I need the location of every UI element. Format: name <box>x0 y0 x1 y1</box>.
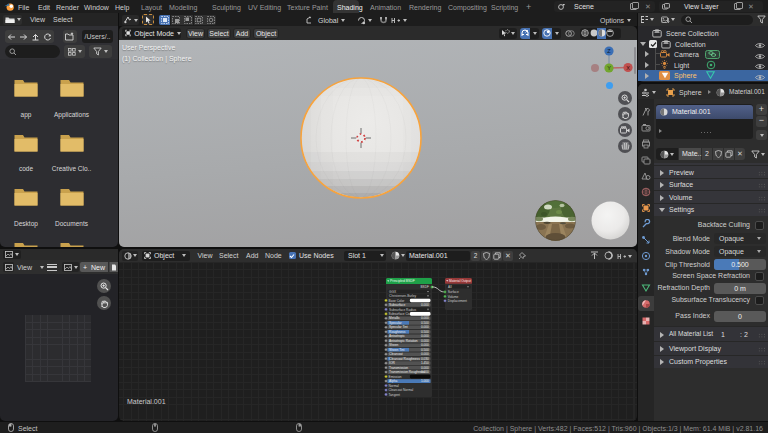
svg-text:Clearcoat Roughness: Clearcoat Roughness <box>389 357 420 361</box>
svg-text:Subsurface Co...: Subsurface Co... <box>389 312 413 316</box>
svg-text:IOR: IOR <box>389 361 395 365</box>
svg-text:Displacement: Displacement <box>448 299 467 303</box>
svg-text:Subsurface Radius: Subsurface Radius <box>389 308 416 312</box>
svg-text:Normal: Normal <box>389 384 400 388</box>
svg-text:0.000: 0.000 <box>421 343 429 347</box>
svg-text:0.500: 0.500 <box>421 330 429 334</box>
svg-text:0.000: 0.000 <box>421 370 429 374</box>
svg-text:0.000: 0.000 <box>421 303 429 307</box>
svg-text:Material Output: Material Output <box>449 279 471 283</box>
svg-text:Volume: Volume <box>448 295 459 299</box>
svg-text:Specular Tint: Specular Tint <box>389 325 408 329</box>
svg-text:0.030: 0.030 <box>421 357 429 361</box>
svg-text:Alpha: Alpha <box>389 379 397 383</box>
svg-text:0.000: 0.000 <box>421 366 429 370</box>
svg-text:0.000: 0.000 <box>421 316 429 320</box>
svg-text:Roughness: Roughness <box>389 330 406 334</box>
svg-text:Tangent: Tangent <box>389 393 400 397</box>
svg-text:All: All <box>448 285 452 289</box>
svg-text:Clearcoat Normal: Clearcoat Normal <box>389 388 414 392</box>
svg-text:0.000: 0.000 <box>421 334 429 338</box>
svg-text:Transmission Roughness: Transmission Roughness <box>389 370 425 374</box>
svg-text:Emission: Emission <box>389 375 402 379</box>
svg-text:Anisotropic: Anisotropic <box>389 334 405 338</box>
svg-text:0.500: 0.500 <box>421 348 429 352</box>
svg-text:X: X <box>626 65 630 71</box>
svg-text:Anisotropic Rotation: Anisotropic Rotation <box>389 339 418 343</box>
svg-text:Base Color: Base Color <box>389 299 406 303</box>
svg-text:Transmission: Transmission <box>389 366 408 370</box>
svg-text:0.500: 0.500 <box>421 321 429 325</box>
svg-text:Surface: Surface <box>448 290 459 294</box>
svg-text:0.000: 0.000 <box>421 339 429 343</box>
svg-text:1.000: 1.000 <box>421 379 429 383</box>
svg-text:1.450: 1.450 <box>421 361 429 365</box>
svg-text:Christensen-Burley: Christensen-Burley <box>389 294 417 298</box>
svg-text:Sheen Tint: Sheen Tint <box>389 348 404 352</box>
svg-text:0.000: 0.000 <box>421 352 429 356</box>
svg-text:Sheen: Sheen <box>389 343 398 347</box>
svg-text:GGX: GGX <box>389 290 397 294</box>
svg-text:0.000: 0.000 <box>421 325 429 329</box>
svg-text:Y: Y <box>607 65 611 71</box>
svg-text:Clearcoat: Clearcoat <box>389 352 403 356</box>
svg-text:Principled BSDF: Principled BSDF <box>390 279 415 283</box>
svg-text:Specular: Specular <box>389 321 403 325</box>
svg-text:Metallic: Metallic <box>389 316 400 320</box>
svg-text:BSDF: BSDF <box>420 285 429 289</box>
svg-text:Subsurface: Subsurface <box>389 303 405 307</box>
